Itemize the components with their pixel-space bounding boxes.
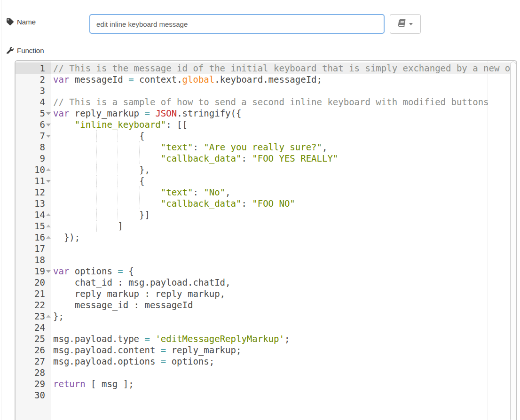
gutter-cell: 19 <box>16 265 51 277</box>
fold-open-icon[interactable] <box>46 124 51 126</box>
gutter-line-number: 25 <box>34 333 45 344</box>
gutter-cell: 18 <box>16 254 51 265</box>
code-line[interactable] <box>51 367 516 378</box>
code-line[interactable]: message_id : messageId <box>51 299 516 311</box>
code-line[interactable] <box>51 243 516 254</box>
code-line[interactable]: "callback_data": "FOO YES REALLY" <box>51 153 516 164</box>
code-line[interactable]: reply_markup : reply_markup, <box>51 288 516 299</box>
code-line[interactable] <box>51 85 516 96</box>
gutter-cell: 25 <box>16 333 51 344</box>
editor-gutter: 1234567891011121314151617181920212223242… <box>16 61 51 420</box>
gutter-cell: 23 <box>16 311 51 322</box>
name-field-label: Name <box>7 18 36 26</box>
code-line[interactable]: ] <box>51 220 516 232</box>
code-line[interactable]: return [ msg ]; <box>51 378 516 389</box>
indent-guide <box>118 130 118 141</box>
code-line[interactable]: "text": "No", <box>51 187 516 198</box>
fold-open-icon[interactable] <box>46 270 51 273</box>
fold-end-icon[interactable] <box>46 225 51 227</box>
indent-guide <box>75 175 75 187</box>
fold-open-icon[interactable] <box>46 180 51 183</box>
fold-end-icon[interactable] <box>46 168 51 171</box>
gutter-line-number: 27 <box>34 356 45 367</box>
gutter-line-number: 7 <box>40 130 45 141</box>
code-line[interactable]: var reply_markup = JSON.stringify({ <box>51 108 516 119</box>
code-line[interactable]: }; <box>51 311 516 322</box>
code-line[interactable]: }, <box>51 164 516 175</box>
code-line[interactable] <box>51 254 516 265</box>
gutter-cell: 28 <box>16 367 51 378</box>
library-button[interactable] <box>390 14 421 34</box>
gutter-cell: 14 <box>16 209 51 220</box>
indent-guide <box>75 153 75 164</box>
indent-guide <box>139 141 140 153</box>
fold-end-icon[interactable] <box>46 213 51 216</box>
gutter-cell: 4 <box>16 96 51 108</box>
gutter-line-number: 3 <box>40 85 45 96</box>
gutter-line-number: 6 <box>40 119 45 130</box>
code-line[interactable]: { <box>51 130 516 141</box>
code-line[interactable]: msg.payload.type = 'editMessageReplyMark… <box>51 333 516 344</box>
fold-end-icon[interactable] <box>46 315 51 318</box>
gutter-cell: 27 <box>16 356 51 367</box>
indent-guide <box>118 141 118 153</box>
code-line[interactable] <box>51 322 516 333</box>
editor-vertical-scrollbar[interactable] <box>510 62 516 420</box>
indent-guide <box>139 198 140 209</box>
gutter-cell: 24 <box>16 322 51 333</box>
code-line[interactable]: }); <box>51 232 516 243</box>
gutter-line-number: 23 <box>34 311 45 322</box>
gutter-cell: 30 <box>16 389 51 401</box>
name-input[interactable] <box>89 14 385 34</box>
gutter-cell: 3 <box>16 85 51 96</box>
code-line[interactable]: var messageId = context.global.keyboard.… <box>51 74 516 85</box>
caret-down-icon <box>409 23 413 25</box>
gutter-cell: 2 <box>16 74 51 85</box>
indent-guide <box>75 220 75 232</box>
indent-guide <box>118 209 118 220</box>
code-line[interactable] <box>51 389 516 401</box>
wrench-icon <box>7 47 14 54</box>
gutter-cell: 29 <box>16 378 51 389</box>
gutter-line-number: 20 <box>34 277 45 288</box>
indent-guide <box>75 198 75 209</box>
code-line[interactable]: chat_id : msg.payload.chatId, <box>51 277 516 288</box>
indent-guide <box>139 153 140 164</box>
code-editor[interactable]: 1234567891011121314151617181920212223242… <box>15 60 517 420</box>
gutter-line-number: 17 <box>34 243 45 254</box>
gutter-cell: 12 <box>16 187 51 198</box>
code-line[interactable]: msg.payload.content = reply_markup; <box>51 344 516 356</box>
gutter-line-number: 28 <box>34 367 45 378</box>
gutter-line-number: 22 <box>34 299 45 311</box>
indent-guide <box>96 198 97 209</box>
code-line[interactable]: "text": "Are you really sure?", <box>51 141 516 153</box>
indent-guide <box>118 153 118 164</box>
code-line[interactable]: // This is a sample of how to send a sec… <box>51 96 516 108</box>
code-line[interactable]: { <box>51 175 516 187</box>
indent-guide <box>96 164 97 175</box>
gutter-line-number: 11 <box>34 175 45 187</box>
gutter-cell: 6 <box>16 119 51 130</box>
indent-guide <box>96 175 97 187</box>
code-line[interactable]: }] <box>51 209 516 220</box>
code-line[interactable]: var options = { <box>51 265 516 277</box>
code-line[interactable]: "inline_keyboard": [[ <box>51 119 516 130</box>
gutter-cell: 8 <box>16 141 51 153</box>
code-line[interactable]: msg.payload.options = options; <box>51 356 516 367</box>
fold-open-icon[interactable] <box>46 135 51 138</box>
code-line[interactable]: "callback_data": "FOO NO" <box>51 198 516 209</box>
tag-icon <box>7 18 14 25</box>
fold-end-icon[interactable] <box>46 236 51 239</box>
gutter-line-number: 26 <box>34 344 45 356</box>
function-label-text: Function <box>17 47 44 54</box>
code-line[interactable]: // This is the message id of the initial… <box>51 62 516 74</box>
gutter-cell: 15 <box>16 220 51 232</box>
gutter-line-number: 12 <box>34 187 45 198</box>
gutter-cell: 22 <box>16 299 51 311</box>
gutter-line-number: 5 <box>40 108 45 119</box>
gutter-cell: 21 <box>16 288 51 299</box>
gutter-cell: 13 <box>16 198 51 209</box>
editor-scroller[interactable]: // This is the message id of the initial… <box>51 61 516 420</box>
gutter-cell: 20 <box>16 277 51 288</box>
fold-open-icon[interactable] <box>46 112 51 115</box>
